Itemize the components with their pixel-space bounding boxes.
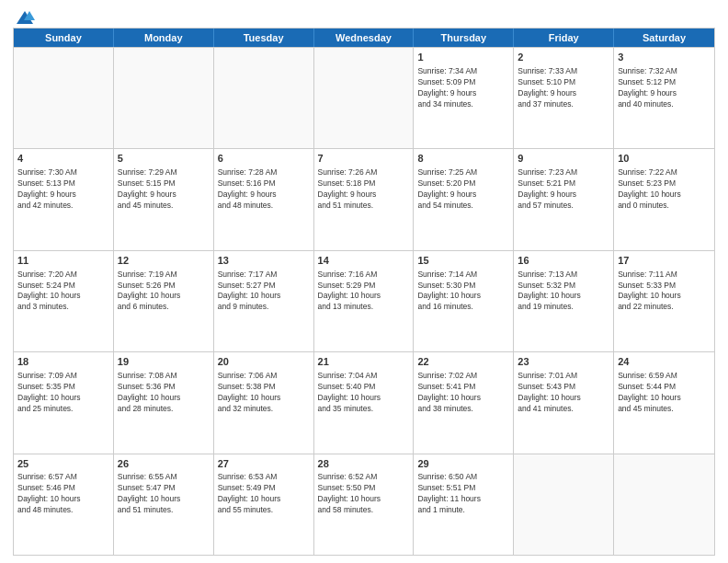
calendar-cell: 1Sunrise: 7:34 AMSunset: 5:09 PMDaylight…: [414, 48, 514, 148]
calendar-row: 1Sunrise: 7:34 AMSunset: 5:09 PMDaylight…: [14, 47, 714, 148]
day-number: 2: [518, 51, 609, 64]
calendar-cell: 3Sunrise: 7:32 AMSunset: 5:12 PMDaylight…: [614, 48, 714, 148]
cell-info: Sunrise: 7:25 AMSunset: 5:20 PMDaylight:…: [417, 167, 509, 212]
calendar-body: 1Sunrise: 7:34 AMSunset: 5:09 PMDaylight…: [14, 47, 714, 555]
header-day: Saturday: [614, 29, 714, 47]
header-day: Wednesday: [314, 29, 415, 47]
calendar-cell: 25Sunrise: 6:57 AMSunset: 5:46 PMDayligh…: [14, 454, 114, 555]
calendar: SundayMondayTuesdayWednesdayThursdayFrid…: [13, 28, 715, 556]
day-number: 16: [518, 254, 609, 268]
calendar-cell: 15Sunrise: 7:14 AMSunset: 5:30 PMDayligh…: [414, 251, 514, 351]
day-number: 10: [618, 152, 711, 166]
day-number: 21: [318, 355, 410, 369]
cell-info: Sunrise: 6:53 AMSunset: 5:49 PMDaylight:…: [218, 472, 310, 516]
day-number: 12: [118, 254, 210, 268]
cell-info: Sunrise: 7:20 AMSunset: 5:24 PMDaylight:…: [17, 270, 109, 314]
cell-info: Sunrise: 7:34 AMSunset: 5:09 PMDaylight:…: [417, 66, 509, 110]
calendar-cell: 7Sunrise: 7:26 AMSunset: 5:18 PMDaylight…: [314, 149, 415, 249]
cell-info: Sunrise: 6:57 AMSunset: 5:46 PMDaylight:…: [17, 472, 109, 516]
day-number: 24: [618, 355, 711, 369]
cell-info: Sunrise: 7:02 AMSunset: 5:41 PMDaylight:…: [417, 371, 509, 415]
calendar-cell: 4Sunrise: 7:30 AMSunset: 5:13 PMDaylight…: [14, 149, 114, 249]
cell-info: Sunrise: 6:59 AMSunset: 5:44 PMDaylight:…: [618, 371, 711, 415]
logo: [13, 9, 35, 22]
cell-info: Sunrise: 7:04 AMSunset: 5:40 PMDaylight:…: [318, 371, 410, 415]
cell-info: Sunrise: 7:01 AMSunset: 5:43 PMDaylight:…: [518, 371, 609, 415]
calendar-cell: 26Sunrise: 6:55 AMSunset: 5:47 PMDayligh…: [114, 454, 214, 555]
calendar-cell: 17Sunrise: 7:11 AMSunset: 5:33 PMDayligh…: [614, 251, 714, 351]
calendar-cell: 21Sunrise: 7:04 AMSunset: 5:40 PMDayligh…: [314, 352, 415, 453]
calendar-cell: 9Sunrise: 7:23 AMSunset: 5:21 PMDaylight…: [514, 149, 614, 249]
cell-info: Sunrise: 7:08 AMSunset: 5:36 PMDaylight:…: [118, 371, 210, 415]
cell-info: Sunrise: 7:06 AMSunset: 5:38 PMDaylight:…: [218, 371, 310, 415]
day-number: 15: [417, 254, 509, 268]
calendar-cell: 14Sunrise: 7:16 AMSunset: 5:29 PMDayligh…: [314, 251, 415, 351]
cell-info: Sunrise: 7:17 AMSunset: 5:27 PMDaylight:…: [218, 270, 310, 314]
calendar-cell: 10Sunrise: 7:22 AMSunset: 5:23 PMDayligh…: [614, 149, 714, 249]
cell-info: Sunrise: 7:09 AMSunset: 5:35 PMDaylight:…: [17, 371, 109, 415]
day-number: 1: [417, 51, 509, 64]
calendar-cell: 12Sunrise: 7:19 AMSunset: 5:26 PMDayligh…: [114, 251, 214, 351]
calendar-cell: 11Sunrise: 7:20 AMSunset: 5:24 PMDayligh…: [14, 251, 114, 351]
calendar-row: 4Sunrise: 7:30 AMSunset: 5:13 PMDaylight…: [14, 148, 714, 249]
calendar-row: 11Sunrise: 7:20 AMSunset: 5:24 PMDayligh…: [14, 250, 714, 351]
day-number: 7: [318, 152, 410, 166]
header-day: Tuesday: [214, 29, 314, 47]
cell-info: Sunrise: 7:32 AMSunset: 5:12 PMDaylight:…: [618, 66, 711, 110]
day-number: 6: [218, 152, 310, 166]
calendar-cell: 24Sunrise: 6:59 AMSunset: 5:44 PMDayligh…: [614, 352, 714, 453]
day-number: 19: [118, 355, 210, 369]
calendar-header: SundayMondayTuesdayWednesdayThursdayFrid…: [14, 29, 714, 47]
cell-info: Sunrise: 7:16 AMSunset: 5:29 PMDaylight:…: [318, 270, 410, 314]
day-number: 28: [318, 457, 410, 471]
cell-info: Sunrise: 7:13 AMSunset: 5:32 PMDaylight:…: [518, 270, 609, 314]
cell-info: Sunrise: 7:19 AMSunset: 5:26 PMDaylight:…: [118, 270, 210, 314]
cell-info: Sunrise: 7:30 AMSunset: 5:13 PMDaylight:…: [17, 167, 109, 212]
calendar-row: 18Sunrise: 7:09 AMSunset: 5:35 PMDayligh…: [14, 351, 714, 453]
calendar-cell: 16Sunrise: 7:13 AMSunset: 5:32 PMDayligh…: [514, 251, 614, 351]
day-number: 26: [118, 457, 210, 471]
day-number: 14: [318, 254, 410, 268]
cell-info: Sunrise: 7:26 AMSunset: 5:18 PMDaylight:…: [318, 167, 410, 212]
day-number: 25: [17, 457, 109, 471]
day-number: 20: [218, 355, 310, 369]
calendar-cell: 22Sunrise: 7:02 AMSunset: 5:41 PMDayligh…: [414, 352, 514, 453]
header-day: Thursday: [414, 29, 514, 47]
cell-info: Sunrise: 7:22 AMSunset: 5:23 PMDaylight:…: [618, 167, 711, 212]
calendar-cell: 27Sunrise: 6:53 AMSunset: 5:49 PMDayligh…: [214, 454, 314, 555]
day-number: 22: [417, 355, 509, 369]
calendar-cell: 23Sunrise: 7:01 AMSunset: 5:43 PMDayligh…: [514, 352, 614, 453]
day-number: 27: [218, 457, 310, 471]
calendar-cell: 19Sunrise: 7:08 AMSunset: 5:36 PMDayligh…: [114, 352, 214, 453]
cell-info: Sunrise: 7:23 AMSunset: 5:21 PMDaylight:…: [518, 167, 609, 212]
calendar-cell: [214, 48, 314, 148]
header: [13, 9, 715, 22]
calendar-cell: [614, 454, 714, 555]
cell-info: Sunrise: 6:52 AMSunset: 5:50 PMDaylight:…: [318, 472, 410, 516]
calendar-cell: 28Sunrise: 6:52 AMSunset: 5:50 PMDayligh…: [314, 454, 415, 555]
calendar-cell: [514, 454, 614, 555]
calendar-cell: [314, 48, 415, 148]
day-number: 5: [118, 152, 210, 166]
calendar-row: 25Sunrise: 6:57 AMSunset: 5:46 PMDayligh…: [14, 454, 714, 555]
calendar-cell: 29Sunrise: 6:50 AMSunset: 5:51 PMDayligh…: [414, 454, 514, 555]
calendar-cell: 6Sunrise: 7:28 AMSunset: 5:16 PMDaylight…: [214, 149, 314, 249]
day-number: 11: [17, 254, 109, 268]
cell-info: Sunrise: 7:14 AMSunset: 5:30 PMDaylight:…: [417, 270, 509, 314]
header-day: Sunday: [14, 29, 114, 47]
day-number: 9: [518, 152, 609, 166]
day-number: 17: [618, 254, 711, 268]
day-number: 18: [17, 355, 109, 369]
header-day: Friday: [514, 29, 614, 47]
day-number: 3: [618, 51, 711, 64]
calendar-cell: 18Sunrise: 7:09 AMSunset: 5:35 PMDayligh…: [14, 352, 114, 453]
cell-info: Sunrise: 6:55 AMSunset: 5:47 PMDaylight:…: [118, 472, 210, 516]
calendar-cell: [14, 48, 114, 148]
calendar-cell: 8Sunrise: 7:25 AMSunset: 5:20 PMDaylight…: [414, 149, 514, 249]
cell-info: Sunrise: 7:11 AMSunset: 5:33 PMDaylight:…: [618, 270, 711, 314]
header-day: Monday: [114, 29, 214, 47]
cell-info: Sunrise: 7:29 AMSunset: 5:15 PMDaylight:…: [118, 167, 210, 212]
day-number: 13: [218, 254, 310, 268]
day-number: 8: [417, 152, 509, 166]
day-number: 23: [518, 355, 609, 369]
